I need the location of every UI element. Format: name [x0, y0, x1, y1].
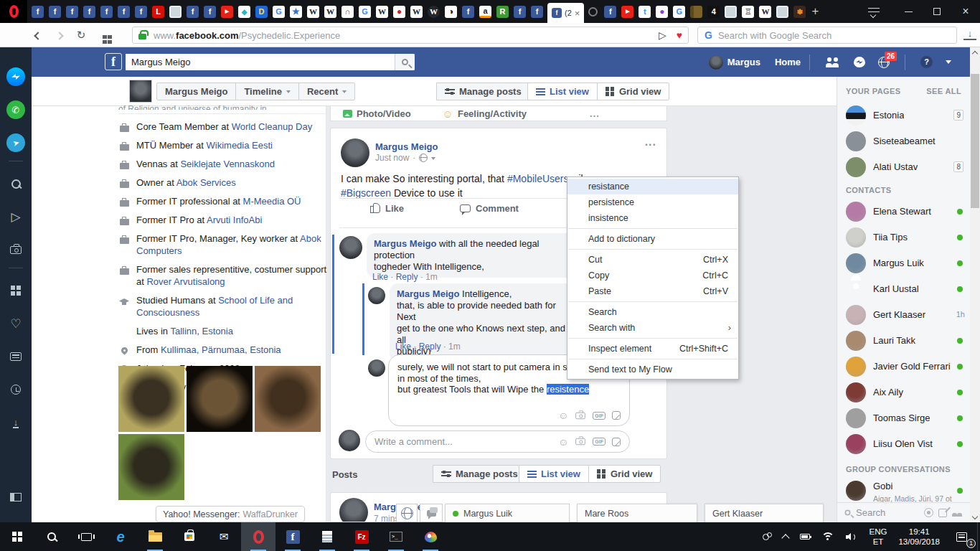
browser-tab[interactable]: f: [100, 6, 113, 18]
browser-tab[interactable]: W: [376, 6, 388, 18]
gif-icon[interactable]: GIF: [593, 438, 606, 446]
tab-menu-button[interactable]: [867, 7, 881, 16]
reply-avatar[interactable]: [368, 287, 385, 304]
messages-popup-button[interactable]: [420, 504, 443, 522]
browser-tab[interactable]: f: [187, 6, 199, 18]
list-view-button[interactable]: List view: [527, 83, 598, 100]
browser-tab[interactable]: G: [359, 6, 371, 18]
commenter-avatar[interactable]: [339, 430, 360, 451]
facebook-logo[interactable]: f: [105, 53, 122, 70]
reply-link[interactable]: Reply: [419, 342, 441, 352]
context-menu-item-insistence[interactable]: insistence: [567, 210, 738, 226]
context-menu-item-resistance[interactable]: resistance: [567, 179, 738, 194]
context-menu-item-inspect-element[interactable]: Inspect elementCtrl+Shift+C: [567, 341, 738, 357]
facebook-search-input[interactable]: [126, 54, 395, 70]
browser-tab[interactable]: f: [83, 6, 95, 18]
browser-tab[interactable]: a: [479, 6, 491, 18]
new-group-icon[interactable]: [952, 509, 963, 517]
context-menu-item-search-with[interactable]: Search with›: [567, 320, 738, 336]
intro-link[interactable]: Seiklejate Vennaskond: [180, 159, 275, 169]
post-avatar[interactable]: [341, 138, 369, 167]
contact-item[interactable]: Tiia Tips: [837, 225, 971, 250]
scrollbar-down-button[interactable]: [970, 512, 980, 522]
grid-view-button[interactable]: Grid view: [588, 465, 661, 483]
scrollbar-thumb[interactable]: [971, 74, 979, 208]
profile-photo[interactable]: [118, 366, 184, 432]
contact-item[interactable]: Elena Stewart: [837, 199, 971, 225]
taskbar-search-button[interactable]: [34, 522, 69, 551]
manage-posts-button[interactable]: Manage posts: [436, 83, 530, 100]
sticker-icon[interactable]: [612, 411, 621, 420]
browser-tab[interactable]: f: [49, 6, 61, 18]
context-menu-item-search[interactable]: Search: [567, 304, 738, 320]
like-link[interactable]: Like: [372, 272, 388, 282]
reload-button[interactable]: ↻: [70, 29, 92, 42]
comment-button[interactable]: Comment: [460, 203, 519, 214]
browser-tab[interactable]: W: [324, 6, 336, 18]
camera-icon[interactable]: [576, 412, 586, 418]
context-menu-item-add-to-dictionary[interactable]: Add to dictionary: [567, 231, 738, 247]
nav-avatar[interactable]: [709, 55, 723, 70]
battery-icon[interactable]: [794, 522, 816, 551]
sidebar-speed-dial-button[interactable]: [0, 274, 32, 307]
browser-tab[interactable]: W: [410, 6, 423, 18]
browser-tab[interactable]: [725, 6, 737, 18]
taskbar-task-view-button[interactable]: [69, 522, 103, 551]
taskbar-filezilla-button[interactable]: Fz: [344, 522, 379, 551]
context-menu-item-persistence[interactable]: persistence: [567, 194, 738, 210]
list-view-button[interactable]: List view: [519, 465, 589, 483]
chat-tab[interactable]: Mare Roos: [577, 504, 697, 522]
sidebar-panels-button[interactable]: [0, 481, 32, 514]
emoji-icon[interactable]: ☺: [558, 437, 568, 447]
back-button[interactable]: [27, 29, 49, 41]
sidebar-bookmarks-button[interactable]: ♡: [0, 307, 32, 340]
globe-popup-button[interactable]: [396, 504, 418, 522]
sidebar-whatsapp-button[interactable]: ✆: [0, 93, 32, 126]
browser-tab[interactable]: G: [273, 6, 285, 18]
browser-tab[interactable]: G: [673, 6, 685, 18]
active-tab[interactable]: f (2 ×: [547, 3, 584, 23]
close-button[interactable]: ×: [951, 0, 980, 23]
taskbar-notepad-button[interactable]: [310, 522, 344, 551]
browser-tab[interactable]: W: [307, 6, 319, 18]
action-center-button[interactable]: 1: [946, 522, 977, 551]
page-item[interactable]: Estonia9: [837, 103, 971, 128]
taskbar-start-button[interactable]: [0, 522, 34, 551]
sidebar-history-button[interactable]: [0, 373, 32, 406]
sticker-icon[interactable]: [612, 438, 621, 446]
nav-profile-link[interactable]: Margus: [727, 57, 760, 67]
browser-tab[interactable]: 4: [707, 6, 720, 18]
url-field[interactable]: www.facebook.com/Psychedelic.Experience …: [132, 27, 689, 44]
contact-item[interactable]: Lauri Takk: [837, 328, 971, 354]
composer-feeling-button[interactable]: ☺Feeling/Activity: [443, 108, 527, 119]
new-message-icon[interactable]: [938, 509, 947, 517]
hashtag-link[interactable]: #Bigscreen: [341, 187, 391, 199]
minimize-button[interactable]: [894, 0, 923, 23]
taskbar-opera-button[interactable]: [241, 522, 275, 551]
camera-icon[interactable]: [576, 438, 586, 445]
sidebar-my-flow-button[interactable]: ▷: [0, 200, 32, 233]
browser-tab[interactable]: ●: [656, 6, 668, 18]
contact-item[interactable]: Margus Luik: [837, 250, 971, 276]
page-scrollbar[interactable]: [970, 47, 980, 522]
context-menu-item-cut[interactable]: CutCtrl+X: [567, 252, 738, 268]
browser-tab[interactable]: ♖: [742, 6, 754, 18]
browser-tab[interactable]: f: [531, 6, 543, 18]
composer-photo-button[interactable]: Photo/Video: [343, 108, 411, 119]
contact-item[interactable]: Javier Gold Ferrari: [837, 354, 971, 380]
browser-tab[interactable]: ∩: [341, 6, 354, 18]
notifications-button[interactable]: 26: [878, 57, 890, 68]
gear-icon[interactable]: [924, 508, 933, 517]
browser-tab[interactable]: f: [462, 6, 474, 18]
forward-button[interactable]: [49, 29, 70, 41]
taskbar-store-button[interactable]: [172, 522, 207, 551]
sidebar-messenger-button[interactable]: [0, 60, 32, 93]
friend-requests-button[interactable]: [825, 57, 841, 67]
like-link[interactable]: Like: [395, 342, 411, 352]
help-button[interactable]: ?: [920, 56, 933, 68]
taskbar-edge-button[interactable]: e: [103, 522, 138, 551]
intro-link[interactable]: Tallinn, Estonia: [170, 326, 232, 336]
new-tab-button[interactable]: +: [811, 4, 819, 19]
contact-item[interactable]: Liisu Olen Vist: [837, 431, 971, 457]
taskbar-facebook-button[interactable]: f: [275, 522, 310, 551]
